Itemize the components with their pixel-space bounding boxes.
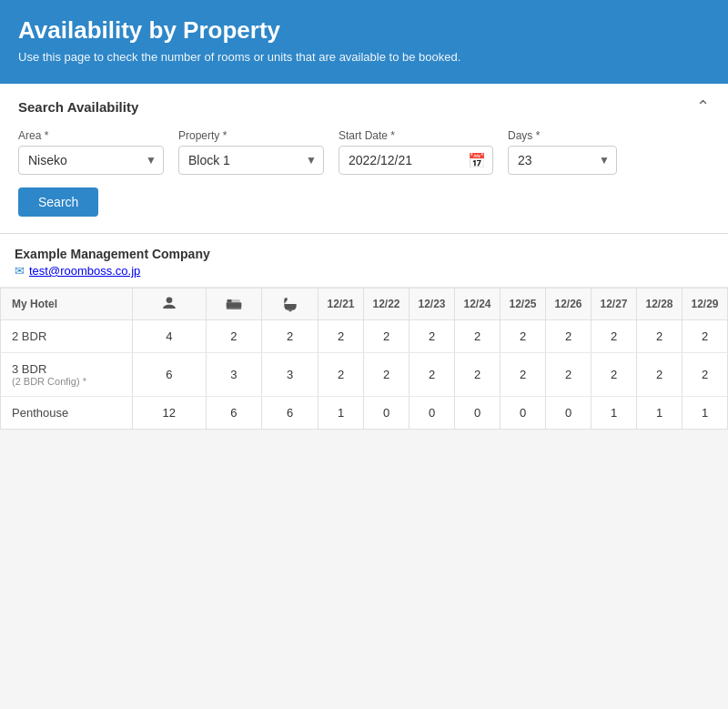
room-name-cell: Penthouse [1, 397, 133, 430]
availability-cell: 2 [410, 353, 455, 397]
guests-count-cell: 12 [133, 397, 207, 430]
company-email-row: ✉ test@roomboss.co.jp [15, 264, 713, 278]
page-header: Availability by Property Use this page t… [0, 0, 728, 84]
company-header: Example Management Company ✉ test@roombo… [0, 234, 728, 288]
availability-cell: 2 [682, 320, 728, 353]
baths-icon-header [262, 289, 318, 320]
svg-rect-3 [288, 310, 291, 312]
availability-cell: 2 [364, 320, 410, 353]
date-header-1227: 12/27 [592, 289, 637, 320]
area-field-group: Area * Niseko ▼ [18, 129, 164, 175]
guests-count-cell: 4 [133, 320, 207, 353]
person-icon [160, 295, 178, 313]
company-email-link[interactable]: test@roomboss.co.jp [29, 264, 140, 278]
availability-cell: 2 [500, 320, 546, 353]
beds-count-cell: 6 [206, 397, 262, 430]
date-header-1223: 12/23 [410, 289, 455, 320]
availability-cell: 2 [546, 320, 592, 353]
area-label: Area * [18, 129, 164, 142]
date-header-1226: 12/26 [546, 289, 592, 320]
svg-point-0 [166, 298, 172, 304]
table-row: 2 BDR422222222222 [1, 320, 728, 353]
bath-icon [281, 295, 299, 313]
table-body: 2 BDR4222222222223 BDR(2 BDR Config) *63… [1, 320, 728, 430]
availability-cell: 0 [500, 397, 546, 430]
table-row: 3 BDR(2 BDR Config) *633222222222 [1, 353, 728, 397]
availability-cell: 1 [318, 397, 364, 430]
days-field-group: Days * 23 ▼ [508, 129, 617, 175]
table-header-row: My Hotel [1, 289, 728, 320]
area-select-wrapper: Niseko ▼ [18, 146, 164, 175]
start-date-input-wrapper: 📅 [339, 146, 493, 175]
baths-count-cell: 3 [262, 353, 318, 397]
days-select-wrapper: 23 ▼ [508, 146, 617, 175]
room-name-cell: 3 BDR(2 BDR Config) * [1, 353, 133, 397]
company-name: Example Management Company [15, 247, 713, 261]
bed-icon [225, 295, 243, 313]
availability-table: My Hotel [0, 288, 728, 430]
availability-cell: 1 [592, 397, 637, 430]
search-button[interactable]: Search [18, 187, 98, 217]
availability-cell: 2 [318, 353, 364, 397]
date-header-1222: 12/22 [364, 289, 410, 320]
availability-cell: 2 [455, 320, 500, 353]
room-name-cell: 2 BDR [1, 320, 133, 353]
availability-cell: 2 [410, 320, 455, 353]
availability-cell: 0 [364, 397, 410, 430]
search-panel-header: Search Availability ⌃ [18, 96, 710, 116]
availability-cell: 2 [455, 353, 500, 397]
availability-cell: 2 [546, 353, 592, 397]
baths-count-cell: 6 [262, 397, 318, 430]
property-field-group: Property * Block 1 ▼ [178, 129, 324, 175]
availability-cell: 2 [364, 353, 410, 397]
days-label: Days * [508, 129, 617, 142]
date-header-1229: 12/29 [682, 289, 728, 320]
availability-cell: 2 [592, 353, 637, 397]
table-row: Penthouse1266100000111 [1, 397, 728, 430]
start-date-input[interactable] [339, 146, 493, 175]
availability-cell: 2 [637, 320, 682, 353]
availability-cell: 2 [500, 353, 546, 397]
collapse-icon[interactable]: ⌃ [696, 96, 710, 116]
availability-cell: 1 [637, 397, 682, 430]
availability-cell: 0 [455, 397, 500, 430]
property-label: Property * [178, 129, 324, 142]
svg-rect-2 [227, 308, 242, 309]
availability-cell: 0 [546, 397, 592, 430]
availability-cell: 2 [637, 353, 682, 397]
email-icon: ✉ [15, 264, 25, 278]
room-sub-label: (2 BDR Config) * [12, 376, 121, 387]
guests-count-cell: 6 [133, 353, 207, 397]
date-header-1221: 12/21 [318, 289, 364, 320]
availability-cell: 1 [682, 397, 728, 430]
hotel-name-header: My Hotel [1, 289, 133, 320]
days-select[interactable]: 23 [508, 146, 617, 175]
baths-count-cell: 2 [262, 320, 318, 353]
svg-rect-1 [227, 302, 242, 308]
page-subtitle: Use this page to check the number of roo… [18, 50, 710, 64]
availability-cell: 0 [410, 397, 455, 430]
search-fields: Area * Niseko ▼ Property * Block 1 ▼ Sta… [18, 129, 710, 175]
beds-count-cell: 2 [206, 320, 262, 353]
area-select[interactable]: Niseko [18, 146, 164, 175]
property-select[interactable]: Block 1 [178, 146, 324, 175]
beds-count-cell: 3 [206, 353, 262, 397]
date-header-1225: 12/25 [500, 289, 546, 320]
date-header-1228: 12/28 [637, 289, 682, 320]
availability-cell: 2 [682, 353, 728, 397]
availability-cell: 2 [592, 320, 637, 353]
property-select-wrapper: Block 1 ▼ [178, 146, 324, 175]
page-title: Availability by Property [18, 16, 710, 45]
date-header-1224: 12/24 [455, 289, 500, 320]
results-area: Example Management Company ✉ test@roombo… [0, 234, 728, 430]
beds-icon-header [206, 289, 262, 320]
availability-cell: 2 [318, 320, 364, 353]
start-date-label: Start Date * [339, 129, 493, 142]
search-availability-panel: Search Availability ⌃ Area * Niseko ▼ Pr… [0, 84, 728, 234]
guests-icon-header [133, 289, 207, 320]
search-panel-title: Search Availability [18, 99, 138, 115]
start-date-field-group: Start Date * 📅 [339, 129, 493, 175]
